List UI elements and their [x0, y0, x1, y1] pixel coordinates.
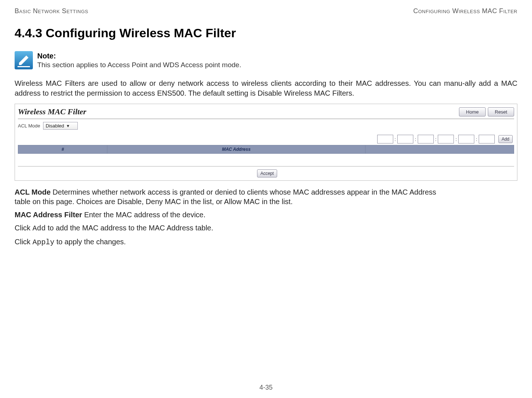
acl-mode-definition: ACL Mode Determines whether network acce…: [15, 187, 517, 206]
acl-mode-value: Disabled: [46, 123, 64, 129]
mac-sep: :: [435, 137, 437, 142]
mac-filter-term: MAC Address Filter: [15, 211, 82, 219]
intro-paragraph: Wireless MAC Filters are used to allow o…: [15, 79, 517, 98]
mac-sep: :: [415, 137, 416, 142]
acl-mode-label: ACL Mode: [18, 123, 40, 129]
running-header: Basic Network Settings Configuring Wirel…: [15, 7, 517, 15]
mac-sep: :: [395, 137, 396, 142]
col-hash: #: [18, 145, 107, 154]
panel-title: Wireless MAC Filter: [18, 107, 86, 116]
mac-octet-3[interactable]: [418, 135, 434, 143]
mac-octet-4[interactable]: [438, 135, 454, 143]
page-number: 4-35: [0, 384, 532, 391]
note-text: This section applies to Access Point and…: [37, 61, 241, 69]
col-mac-address: MAC Address: [107, 145, 365, 154]
acl-mode-select[interactable]: Disabled ▾: [43, 122, 78, 130]
mac-filter-definition: MAC Address Filter Enter the MAC address…: [15, 210, 517, 219]
acl-mode-desc-line2: table on this page. Choices are Disable,…: [15, 198, 292, 206]
mac-octet-6[interactable]: [479, 135, 495, 143]
add-post: to add the MAC address to the MAC Addres…: [46, 224, 213, 232]
header-buttons: Home Reset: [459, 107, 514, 116]
mac-input-row: : : : : : Add: [18, 135, 514, 143]
add-code: Add: [32, 224, 46, 233]
apply-code: Apply: [32, 238, 54, 246]
mac-address-table: # MAC Address: [18, 145, 514, 164]
svg-marker-0: [19, 56, 28, 65]
screenshot-header: Wireless MAC Filter Home Reset: [18, 107, 514, 119]
header-left: Basic Network Settings: [15, 7, 88, 15]
apply-instruction: Click Apply to apply the changes.: [15, 237, 517, 247]
acl-mode-term: ACL Mode: [15, 188, 51, 196]
mac-octet-1[interactable]: [377, 135, 393, 143]
note-block: Note: This section applies to Access Poi…: [15, 51, 517, 69]
section-heading: 4.4.3 Configuring Wireless MAC Filter: [15, 26, 517, 40]
col-blank: [365, 145, 514, 154]
ui-screenshot: Wireless MAC Filter Home Reset ACL Mode …: [15, 104, 517, 181]
add-pre: Click: [15, 224, 32, 232]
mac-sep: :: [455, 137, 457, 142]
add-instruction: Click Add to add the MAC address to the …: [15, 223, 517, 233]
note-content: Note: This section applies to Access Poi…: [37, 51, 241, 69]
mac-filter-desc: Enter the MAC address of the device.: [82, 211, 206, 219]
apply-post: to apply the changes.: [54, 238, 126, 246]
accept-button[interactable]: Accept: [257, 169, 277, 177]
acl-mode-desc-line1: Determines whether network access is gra…: [51, 188, 436, 196]
home-button[interactable]: Home: [459, 107, 486, 116]
apply-pre: Click: [15, 238, 32, 246]
note-label: Note:: [37, 52, 241, 60]
mac-sep: :: [476, 137, 477, 142]
reset-button[interactable]: Reset: [488, 107, 514, 116]
header-right: Configuring Wireless MAC Filter: [413, 7, 517, 15]
acl-mode-row: ACL Mode Disabled ▾: [18, 122, 514, 130]
document-page: Basic Network Settings Configuring Wirel…: [0, 0, 532, 398]
mac-octet-5[interactable]: [458, 135, 474, 143]
accept-row: Accept: [18, 166, 514, 177]
pencil-note-icon: [15, 51, 33, 69]
mac-octet-2[interactable]: [397, 135, 413, 143]
add-button[interactable]: Add: [498, 135, 513, 143]
